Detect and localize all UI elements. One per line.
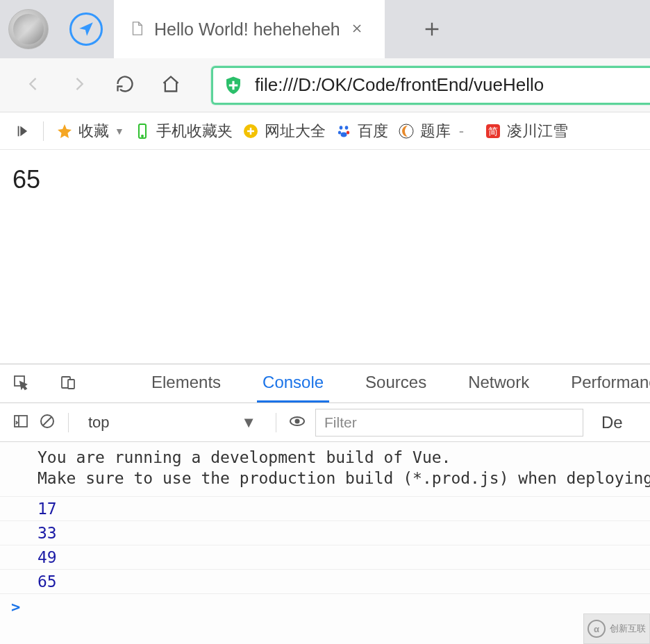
page-content: 65: [0, 150, 650, 364]
console-toolbar: top ▼ Filter De: [0, 403, 650, 442]
svg-point-3: [340, 126, 343, 130]
console-sidebar-toggle-button[interactable]: [12, 413, 29, 432]
bookmark-label: 百度: [358, 121, 388, 142]
warn-line: Make sure to use the production build (*…: [38, 469, 650, 487]
devtools-tabbar: Elements Console Sources Network Perform…: [0, 364, 650, 403]
bookmarks-bar: 收藏 ▼ 手机收藏夹 网址大全 百度 题库 - 简 凌川江雪: [0, 112, 650, 150]
url-bar[interactable]: file:///D:/OK/Code/frontEnd/vueHello: [211, 66, 650, 105]
console-log: 17: [0, 497, 650, 521]
user-avatar[interactable]: [8, 9, 49, 49]
bookmark-label: 网址大全: [265, 121, 326, 142]
crescent-icon: [398, 123, 415, 139]
tab-console[interactable]: Console: [257, 364, 329, 402]
speed-mode-button[interactable]: [69, 12, 103, 46]
back-button[interactable]: [24, 74, 43, 96]
divider: [68, 413, 69, 432]
browser-navbar: file:///D:/OK/Code/frontEnd/vueHello: [0, 58, 650, 112]
svg-point-5: [338, 130, 341, 134]
console-log: 49: [0, 545, 650, 570]
tab-title: Hello World! heheheheh: [154, 19, 340, 40]
paper-plane-icon: [77, 20, 95, 38]
console-output: You are running a development build of V…: [0, 442, 650, 644]
devtools-panel: Elements Console Sources Network Perform…: [0, 364, 650, 644]
jian-icon: 简: [485, 123, 501, 139]
filter-input[interactable]: Filter: [315, 409, 583, 437]
baidu-icon: [335, 123, 352, 139]
context-selector[interactable]: top ▼: [81, 410, 263, 435]
star-icon: [56, 123, 73, 139]
inspect-element-button[interactable]: [12, 374, 29, 393]
context-label: top: [88, 414, 110, 432]
bookmark-favorites[interactable]: 收藏 ▼: [56, 121, 124, 142]
svg-point-6: [347, 130, 349, 134]
chevron-down-icon: ▼: [241, 414, 256, 432]
console-log: 65: [0, 570, 650, 594]
bookmark-label: 手机收藏夹: [156, 121, 233, 142]
svg-point-17: [295, 419, 300, 424]
phone-icon: [134, 123, 151, 139]
sidebar-toggle-button[interactable]: [15, 124, 31, 139]
console-warning: You are running a development build of V…: [0, 442, 650, 497]
tab-sources[interactable]: Sources: [360, 364, 432, 402]
warn-line: You are running a development build of V…: [38, 448, 451, 466]
tab-performance[interactable]: Performance: [565, 364, 650, 402]
security-shield-icon: [223, 75, 244, 96]
close-tab-button[interactable]: [350, 22, 364, 37]
bookmark-tiku[interactable]: 题库 -: [398, 121, 467, 142]
tab-elements[interactable]: Elements: [146, 364, 226, 402]
console-log: 33: [0, 521, 650, 545]
live-expression-button[interactable]: [289, 413, 306, 432]
divider: [276, 413, 276, 432]
browser-tab-active[interactable]: Hello World! heheheheh: [114, 0, 385, 58]
clear-console-button[interactable]: [39, 413, 56, 432]
bookmark-label: 题库: [420, 121, 451, 142]
bookmark-directory[interactable]: 网址大全: [242, 121, 326, 142]
globe-plus-icon: [242, 123, 259, 139]
device-toggle-button[interactable]: [60, 374, 76, 393]
home-button[interactable]: [161, 74, 181, 96]
filter-placeholder: Filter: [324, 414, 357, 431]
console-prompt[interactable]: >: [0, 594, 650, 620]
svg-point-7: [340, 132, 347, 137]
new-tab-button[interactable]: [418, 15, 446, 43]
bookmark-label: 凌川江雪: [507, 121, 568, 142]
tab-network[interactable]: Network: [462, 364, 535, 402]
url-text: file:///D:/OK/Code/frontEnd/vueHello: [255, 74, 544, 96]
svg-point-4: [345, 126, 349, 130]
page-icon: [129, 19, 144, 40]
svg-rect-13: [68, 380, 74, 389]
divider: [43, 121, 44, 141]
svg-text:简: 简: [488, 126, 498, 137]
bookmark-baidu[interactable]: 百度: [335, 121, 388, 142]
watermark-label: 创新互联: [610, 622, 646, 635]
chevron-down-icon: ▼: [115, 126, 124, 137]
bookmark-lingchuan[interactable]: 简 凌川江雪: [485, 121, 568, 142]
svg-point-1: [142, 135, 143, 137]
watermark: α 创新互联: [583, 613, 650, 644]
bookmark-mobile[interactable]: 手机收藏夹: [134, 121, 233, 142]
reload-button[interactable]: [115, 74, 135, 96]
bookmark-label: 收藏: [78, 121, 109, 142]
page-output-value: 65: [12, 165, 638, 194]
separator: -: [459, 122, 464, 140]
browser-titlebar: Hello World! heheheheh: [0, 0, 650, 58]
levels-label-truncated[interactable]: De: [601, 413, 623, 432]
forward-button[interactable]: [69, 74, 89, 96]
watermark-icon: α: [588, 620, 606, 638]
